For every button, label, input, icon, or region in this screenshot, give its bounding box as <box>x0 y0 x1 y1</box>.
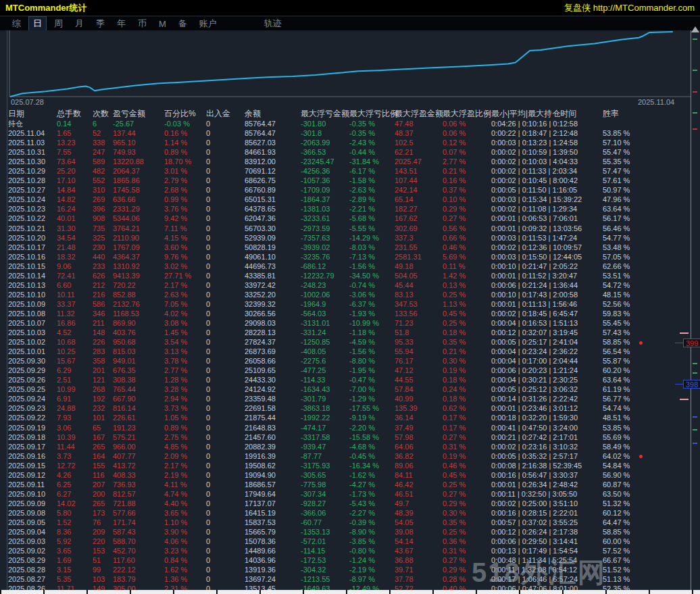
table-row[interactable]: 2025.09.262.51121308.381.28 %024433.30-1… <box>0 375 691 385</box>
cell: 2581.31 <box>395 252 443 262</box>
menu-item-年[interactable]: 年 <box>113 17 130 30</box>
table-row[interactable]: 2025.10.1010.11216852.882.63 %033252.20-… <box>0 290 691 299</box>
table-row[interactable]: 2025.09.124.26116408.332.19 %019094.90-3… <box>0 470 691 480</box>
table-row[interactable]: 2025.10.2817.105521865.862.79 %068626.75… <box>0 176 691 185</box>
menu-item-季[interactable]: 季 <box>92 17 109 30</box>
table-row[interactable]: 2025.10.2131.307353764.217.11 %056703.30… <box>0 224 691 233</box>
table-row[interactable]: 2025.09.227.93101226.611.05 %021875.44-1… <box>0 413 691 422</box>
cell: 0.30 % <box>443 356 491 366</box>
table-row[interactable]: 2025.10.2925.204822064.373.01 %070691.12… <box>0 166 691 176</box>
table-row[interactable]: 2025.09.035.92220588.704.06 %015078.36-5… <box>0 537 691 546</box>
table-row[interactable]: 2025.10.2316.243962331.293.76 %064378.65… <box>0 204 691 214</box>
table-row[interactable]: 2025.10.2240.019085344.069.42 %062047.36… <box>0 214 691 223</box>
table-row[interactable]: 2025.09.085.80173577.663.65 %016415.19-3… <box>0 508 691 518</box>
column-header[interactable]: 胜率 <box>603 109 691 119</box>
cell: 216 <box>93 290 113 299</box>
table-row[interactable]: 2025.10.0716.86211869.903.08 %029098.03-… <box>0 318 691 328</box>
cell: 73.64 <box>57 157 93 166</box>
table-row[interactable]: 2025.09.116.25207736.934.11 %018686.57-7… <box>0 480 691 489</box>
cell: -0.45 % <box>349 451 395 461</box>
column-header[interactable]: 最大浮盈金额 <box>395 109 443 119</box>
cell: 1.14 % <box>164 138 206 147</box>
table-row[interactable]: 2025.10.136.60212720.222.17 %033972.42-2… <box>0 280 691 290</box>
table-row[interactable]: 2025.09.296.29201676.352.77 %025109.65-4… <box>0 366 691 375</box>
table-body[interactable]: 持仓0.146-25.67-0.03 %085764.47-301.80-0.3… <box>0 119 691 593</box>
cell: -2.63 % <box>349 185 395 195</box>
column-header[interactable]: 次数 <box>93 109 113 119</box>
table-row[interactable]: 2025.10.159.062331310.923.02 %044696.73-… <box>0 262 691 271</box>
cell: 0:00:03 | 0:13:23 | 1:24:58 <box>491 138 603 147</box>
table-row[interactable]: 2025.09.1810.39167575.212.75 %021457.60-… <box>0 432 691 442</box>
cell: 0 <box>206 366 245 375</box>
table-row[interactable]: 2025.09.0914.02265721.884.40 %017137.07-… <box>0 499 691 508</box>
menu-item-周[interactable]: 周 <box>50 17 67 30</box>
menu-item-M[interactable]: M <box>155 18 170 30</box>
table-row[interactable]: 2025.09.1711.44265966.004.85 %020882.39-… <box>0 442 691 451</box>
cell: 24124.92 <box>245 385 301 394</box>
cell: -4.27 % <box>349 480 395 489</box>
cell: 0 <box>206 508 245 518</box>
column-header[interactable]: 最小|平均|最大持仓时间 <box>491 109 603 119</box>
table-row[interactable]: 2025.10.0110.25283815.033.13 %026873.69-… <box>0 347 691 356</box>
table-row[interactable]: 2025.09.3015.67358949.013.78 %026058.66-… <box>0 356 691 366</box>
brand-link[interactable]: 复盘侠 http://MTCommander.com <box>564 2 695 14</box>
table-row[interactable]: 2025.11.041.6552137.440.16 %085764.47-30… <box>0 128 691 138</box>
table-row[interactable]: 2025.10.0933.375862132.767.05 %032399.32… <box>0 299 691 309</box>
table-row[interactable]: 2025.10.2034.543252110.904.15 %052939.09… <box>0 233 691 243</box>
cell: -3939.02 <box>301 243 349 252</box>
menu-item-综[interactable]: 综 <box>8 17 25 30</box>
table-row[interactable]: 持仓0.146-25.67-0.03 %085764.47-301.80-0.3… <box>0 119 691 128</box>
table-row[interactable]: 2025.09.1512.72155413.722.17 %019508.62-… <box>0 461 691 470</box>
table-row[interactable]: 2025.10.3073.6458913220.8818.70 %083912.… <box>0 157 691 166</box>
table-row[interactable]: 2025.10.2414.82269636.660.99 %065015.31-… <box>0 195 691 204</box>
bottom-ruler-scrollbar[interactable] <box>0 590 700 594</box>
table-row[interactable]: 2025.09.051.5276171.741.10 %015837.53-60… <box>0 518 691 527</box>
cell: 2025.09.23 <box>8 403 57 413</box>
column-header[interactable]: 余额 <box>245 109 301 119</box>
menu-item-trail[interactable]: 轨迹 <box>260 17 286 30</box>
cell: 1.42 % <box>443 271 491 280</box>
cell: 70691.12 <box>245 166 301 176</box>
table-row[interactable]: 2025.09.246.91192667.902.94 %023359.48-3… <box>0 394 691 403</box>
table-row[interactable]: 2025.10.0210.68226950.683.54 %027824.37-… <box>0 337 691 347</box>
table-row[interactable]: 2025.08.283.1599222.121.62 %013919.36-30… <box>0 565 691 574</box>
table-row[interactable]: 2025.10.034.52148403.761.45 %028228.13-3… <box>0 328 691 337</box>
table-row[interactable]: 2025.09.163.73164407.772.09 %019916.39-8… <box>0 451 691 461</box>
table-row[interactable]: 2025.11.0313.23338965.101.14 %085627.03-… <box>0 138 691 147</box>
scroll-up-arrow-icon[interactable] <box>691 26 699 32</box>
column-header[interactable]: 出入金 <box>206 109 245 119</box>
cell: 2.19 % <box>164 470 206 480</box>
column-header[interactable]: 盈亏金额 <box>113 109 164 119</box>
table-row[interactable]: 2025.10.2714.843101745.582.68 %066760.89… <box>0 185 691 195</box>
column-header[interactable]: 总手数 <box>57 109 93 119</box>
table-row[interactable]: 2025.09.2324.88232816.143.73 %022691.58-… <box>0 403 691 413</box>
menu-item-备[interactable]: 备 <box>174 17 191 30</box>
column-header[interactable]: 最大浮亏金额 <box>301 109 349 119</box>
column-header[interactable]: 百分比% <box>164 109 206 119</box>
table-row[interactable]: 2025.10.1472.416269413.3927.71 %043385.8… <box>0 271 691 280</box>
column-header[interactable]: 最大浮盈比例 <box>443 109 491 119</box>
table-row[interactable]: 2025.10.317.55247749.930.89 %084661.93-3… <box>0 147 691 157</box>
table-row[interactable]: 2025.09.048.36209587.433.90 %015665.79-1… <box>0 527 691 537</box>
table-row[interactable]: 2025.10.1618.324404364.379.76 %049061.10… <box>0 252 691 262</box>
table-row[interactable]: 2025.09.193.0665191.230.89 %021648.83-47… <box>0 423 691 432</box>
cell: 2025.09.25 <box>8 385 57 394</box>
menu-item-日[interactable]: 日 <box>29 17 46 30</box>
table-row[interactable]: 2025.09.023.65153452.703.23 %014489.66-1… <box>0 546 691 555</box>
table-row[interactable]: 2025.09.2510.99268765.443.28 %024124.92-… <box>0 385 691 394</box>
column-header[interactable]: 最大浮亏比例 <box>349 109 395 119</box>
cell: 0:00:05 | 0:25:12 | 3:06:32 <box>491 385 603 394</box>
table-row[interactable]: 2025.08.291.6951117.600.84 %014036.96-17… <box>0 555 691 565</box>
menu-item-账户[interactable]: 账户 <box>195 17 221 30</box>
table-row[interactable]: 2025.10.0811.323461168.534.02 %030266.56… <box>0 309 691 318</box>
menu-item-月[interactable]: 月 <box>71 17 88 30</box>
table-row[interactable]: 2025.10.1721.482301767.093.60 %050828.19… <box>0 243 691 252</box>
cell: 57.47 % <box>603 166 691 176</box>
cell: 0.12 % <box>443 138 491 147</box>
menu-item-币[interactable]: 币 <box>134 17 151 30</box>
table-row[interactable]: 2025.08.275.35103183.791.36 %013697.24-1… <box>0 574 691 584</box>
column-header[interactable]: 日期 <box>8 109 57 119</box>
cell: 4.52 <box>57 328 93 337</box>
cell: 0.29 % <box>443 499 491 508</box>
table-row[interactable]: 2025.09.106.27200812.574.74 %017949.64-3… <box>0 489 691 499</box>
